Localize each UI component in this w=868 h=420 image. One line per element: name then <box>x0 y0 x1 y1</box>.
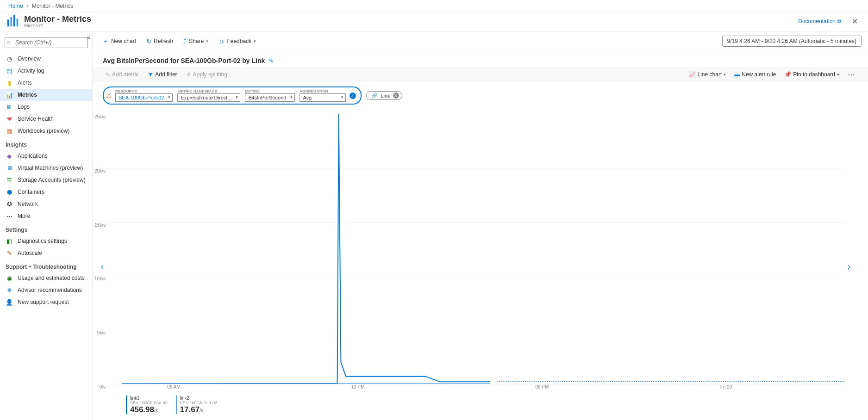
chart-legend: link1SEA-100Gb-Port-02456.98/slink2SEA-1… <box>107 392 844 419</box>
breadcrumb-home[interactable]: Home <box>8 3 23 9</box>
namespace-dropdown[interactable]: ExpressRoute Direct... <box>177 93 240 102</box>
aggregation-label: AGGREGATION <box>300 89 346 93</box>
resource-dropdown[interactable]: SEA-100Gb-Port-02 <box>115 93 173 102</box>
nav-icon: 📊 <box>6 91 13 99</box>
sidebar-item-alerts[interactable]: ▮Alerts <box>0 77 92 89</box>
share-icon: ⤴ <box>183 38 187 45</box>
sidebar-item-label: Network <box>18 201 38 207</box>
sidebar-item-overview[interactable]: ◔Overview <box>0 53 92 65</box>
warning-icon: ⚠ <box>106 93 112 99</box>
sidebar-item-usage-and-estimated-costs[interactable]: ◉Usage and estimated costs <box>0 272 92 284</box>
link-filter-pill[interactable]: 🔗 Link ✕ <box>366 91 402 100</box>
sidebar-item-new-support-request[interactable]: 👤New support request <box>0 296 92 308</box>
sidebar-item-label: Autoscale <box>18 250 42 256</box>
chevron-down-icon: ▾ <box>724 72 726 77</box>
sidebar-item-more[interactable]: ⋯More <box>0 210 92 222</box>
share-button[interactable]: ⤴Share ▾ <box>180 36 212 47</box>
pin-dashboard-button[interactable]: 📌Pin to dashboard ▾ <box>781 70 842 79</box>
sidebar-item-metrics[interactable]: 📊Metrics <box>0 89 92 101</box>
sidebar-item-network[interactable]: ✪Network <box>0 198 92 210</box>
nav-icon: ✵ <box>6 286 13 294</box>
y-tick-label: 15k/s <box>94 222 106 228</box>
nav-icon: ▦ <box>6 127 13 135</box>
sidebar-item-label: Alerts <box>18 80 32 86</box>
more-options-button[interactable]: ⋯ <box>845 70 858 79</box>
chart-nav-next[interactable]: › <box>844 114 854 419</box>
chart-plot[interactable]: 0/s5k/s10k/s15k/s20k/s25k/s <box>107 114 844 384</box>
sidebar-item-diagnostics-settings[interactable]: ◧Diagnostics settings <box>0 235 92 247</box>
sidebar-item-label: Diagnostics settings <box>18 238 67 244</box>
legend-series-value: 17.67/s <box>180 405 218 414</box>
sidebar-item-virtual-machines-preview-[interactable]: 🖥Virtual Machines (preview) <box>0 162 92 174</box>
legend-series-sub: SEA-100Gb-Port-02 <box>130 401 168 405</box>
nav-icon: 👤 <box>6 298 13 306</box>
x-tick-label: 06 AM <box>167 384 180 389</box>
nav-icon: ◧ <box>6 237 13 245</box>
y-tick-label: 25k/s <box>94 114 106 119</box>
legend-series-sub: SEA-100Gb-Port-02 <box>180 401 218 405</box>
refresh-icon: ↻ <box>146 38 151 45</box>
chart-nav-prev[interactable]: ‹ <box>97 114 107 419</box>
refresh-button[interactable]: ↻Refresh <box>143 36 177 47</box>
title-bar: Monitor - Metrics Microsoft Documentatio… <box>0 12 868 31</box>
search-icon: ⌕ <box>7 39 10 44</box>
new-alert-button[interactable]: ▬New alert rule <box>731 70 779 79</box>
remove-filter-button[interactable]: ✕ <box>393 93 399 99</box>
x-tick-label: 12 PM <box>351 384 365 389</box>
external-link-icon: ⧉ <box>837 18 842 25</box>
line-chart-icon: 📈 <box>689 71 696 78</box>
page-title: Monitor - Metrics <box>24 14 91 24</box>
apply-splitting-button[interactable]: ⋔Apply splitting <box>184 70 230 79</box>
sidebar-item-label: Usage and estimated costs <box>18 275 85 281</box>
nav-icon: ▤ <box>6 67 13 74</box>
time-range-picker[interactable]: 9/19 4:26 AM - 9/20 4:26 AM (Automatic -… <box>722 36 862 47</box>
nav-header-settings: Settings <box>0 222 92 235</box>
edit-title-button[interactable]: ✎ <box>269 57 274 64</box>
search-input[interactable] <box>5 37 87 48</box>
sidebar-item-storage-accounts-preview-[interactable]: ☰Storage Accounts (preview) <box>0 174 92 186</box>
sidebar-item-label: Workbooks (preview) <box>18 128 69 134</box>
nav-icon: 🗎 <box>6 103 13 111</box>
monitor-icon <box>6 14 20 28</box>
sidebar-item-applications[interactable]: ◆Applications <box>0 150 92 162</box>
nav-icon: ⬢ <box>6 188 13 196</box>
documentation-link[interactable]: Documentation ⧉ <box>798 18 842 25</box>
metric-dropdown[interactable]: BitsInPerSecond <box>245 93 295 102</box>
add-filter-button[interactable]: ▼Add filter <box>145 70 180 79</box>
close-button[interactable]: ✕ <box>848 15 862 28</box>
chart-type-dropdown[interactable]: 📈Line chart ▾ <box>686 70 729 79</box>
sidebar-item-label: Activity log <box>18 68 44 74</box>
sidebar-item-logs[interactable]: 🗎Logs <box>0 101 92 113</box>
aggregation-dropdown[interactable]: Avg <box>300 93 346 102</box>
sidebar-item-label: Containers <box>18 189 44 195</box>
breadcrumb-current: Monitor - Metrics <box>32 3 73 9</box>
namespace-label: METRIC NAMESPACE <box>177 89 240 93</box>
confirm-icon[interactable]: ✓ <box>350 93 356 99</box>
resource-label: RESOURCE <box>115 89 173 93</box>
sidebar-item-label: More <box>18 213 30 219</box>
svg-rect-1 <box>10 17 12 27</box>
sidebar-item-service-health[interactable]: ❤Service Health <box>0 113 92 125</box>
sidebar-item-autoscale[interactable]: ✎Autoscale <box>0 247 92 259</box>
legend-series-value: 456.98/s <box>130 405 168 414</box>
legend-item[interactable]: link1SEA-100Gb-Port-02456.98/s <box>126 395 168 414</box>
nav-icon: ✎ <box>6 249 13 257</box>
nav-icon: ◉ <box>6 274 13 282</box>
sidebar-item-activity-log[interactable]: ▤Activity log <box>0 65 92 77</box>
sidebar-item-workbooks-preview-[interactable]: ▦Workbooks (preview) <box>0 125 92 137</box>
sidebar: « ⌕ ◔Overview▤Activity log▮Alerts📊Metric… <box>0 31 93 420</box>
add-metric-button[interactable]: ∿Add metric <box>103 70 141 79</box>
sidebar-item-containers[interactable]: ⬢Containers <box>0 186 92 198</box>
feedback-button[interactable]: ☺Feedback ▾ <box>215 36 260 47</box>
chart-title: Avg BitsInPerSecond for SEA-100Gb-Port-0… <box>103 57 265 64</box>
collapse-sidebar-button[interactable]: « <box>87 34 90 41</box>
legend-item[interactable]: link2SEA-100Gb-Port-0217.67/s <box>176 395 218 414</box>
nav-icon: 🖥 <box>6 164 13 172</box>
smile-icon: ☺ <box>219 38 225 45</box>
metric-label: METRIC <box>245 89 295 93</box>
sidebar-item-advisor-recommendations[interactable]: ✵Advisor recommendations <box>0 284 92 296</box>
alert-icon: ▬ <box>734 71 740 78</box>
nav-icon: ❤ <box>6 115 13 123</box>
y-tick-label: 0/s <box>100 384 106 389</box>
new-chart-button[interactable]: ＋New chart <box>99 35 140 47</box>
